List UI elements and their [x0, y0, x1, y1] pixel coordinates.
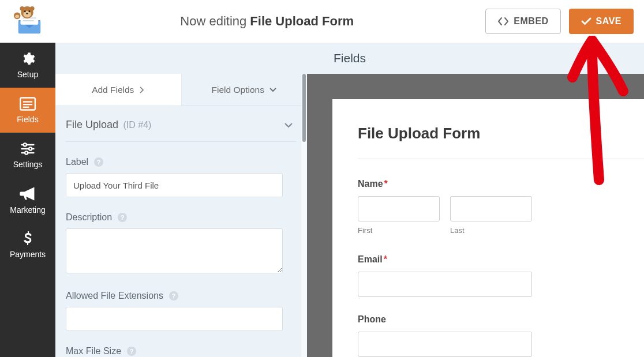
phone-field-label: Phone	[358, 314, 644, 325]
svg-point-7	[30, 6, 35, 10]
sidebar-item-marketing[interactable]: Marketing	[0, 178, 55, 223]
sidebar-item-label: Setup	[17, 70, 39, 79]
svg-point-21	[29, 147, 32, 150]
svg-point-23	[25, 151, 28, 154]
embed-button[interactable]: EMBED	[485, 9, 560, 34]
app-logo	[8, 5, 48, 37]
sidebar-item-label: Marketing	[10, 205, 45, 215]
section-header: Fields	[55, 43, 644, 74]
sidebar-item-label: Fields	[17, 115, 38, 124]
dollar-icon	[20, 231, 36, 246]
svg-point-6	[20, 6, 25, 10]
email-field-label: Email*	[358, 254, 644, 265]
name-field-row: First Last	[358, 196, 644, 235]
description-input[interactable]	[66, 228, 283, 273]
svg-point-19	[24, 143, 27, 146]
help-icon[interactable]: ?	[118, 213, 127, 222]
maxsize-caption: Max File Size	[66, 346, 121, 356]
panel-scrollbar[interactable]	[301, 74, 307, 357]
group-description: Description ?	[66, 212, 297, 276]
sidebar-item-label: Settings	[13, 160, 43, 169]
help-icon[interactable]: ?	[169, 291, 178, 300]
editing-prefix: Now editing	[180, 14, 250, 28]
tab-field-options[interactable]: Field Options	[181, 74, 308, 106]
sidebar-item-settings[interactable]: Settings	[0, 133, 55, 178]
field-type-name: File Upload	[66, 119, 118, 130]
svg-point-13	[15, 14, 19, 18]
page-title: Now editing File Upload Form	[48, 14, 485, 29]
email-input[interactable]	[358, 272, 532, 297]
last-name-input[interactable]	[450, 196, 532, 221]
top-bar: Now editing File Upload Form EMBED SAVE	[0, 0, 644, 43]
sidebar-item-payments[interactable]: Payments	[0, 223, 55, 268]
top-actions: EMBED SAVE	[485, 9, 634, 34]
form-preview[interactable]: File Upload Form Name* First Last Email*	[332, 99, 644, 357]
preview-form-title: File Upload Form	[358, 125, 644, 159]
required-mark: *	[384, 254, 387, 264]
sidebar: Setup Fields Settings Marketing Payments	[0, 43, 55, 357]
chevron-down-icon	[284, 122, 293, 129]
code-icon	[497, 17, 509, 26]
tab-add-fields[interactable]: Add Fields	[55, 74, 181, 106]
extensions-input[interactable]	[66, 307, 283, 331]
first-name-input[interactable]	[358, 196, 440, 221]
svg-point-10	[28, 10, 30, 12]
builder-area: Add Fields Field Options File Upload (ID…	[55, 74, 644, 357]
email-field: Email*	[358, 254, 644, 297]
field-header-toggle[interactable]: File Upload (ID #4)	[66, 106, 297, 142]
form-name: File Upload Form	[250, 14, 354, 28]
form-preview-area: File Upload Form Name* First Last Email*	[307, 74, 644, 357]
phone-input[interactable]	[358, 332, 532, 357]
extensions-caption: Allowed File Extensions	[66, 291, 163, 301]
embed-label: EMBED	[514, 16, 548, 27]
group-label: Label ?	[66, 157, 297, 197]
svg-point-11	[26, 13, 28, 14]
section-header-label: Fields	[334, 51, 366, 65]
group-maxsize: Max File Size ?	[66, 346, 297, 356]
help-icon[interactable]: ?	[94, 157, 103, 167]
scrollbar-thumb[interactable]	[302, 74, 306, 142]
description-caption: Description	[66, 212, 112, 223]
gear-icon	[20, 51, 36, 66]
panel-tabs: Add Fields Field Options	[55, 74, 307, 106]
label-caption: Label	[66, 157, 88, 167]
sidebar-item-setup[interactable]: Setup	[0, 43, 55, 88]
sidebar-item-label: Payments	[10, 250, 46, 259]
check-icon	[581, 17, 591, 25]
required-mark: *	[384, 179, 388, 189]
last-sublabel: Last	[450, 226, 532, 235]
chevron-down-icon	[269, 87, 277, 93]
group-extensions: Allowed File Extensions ?	[66, 291, 297, 331]
field-options-panel: Add Fields Field Options File Upload (ID…	[55, 74, 307, 357]
chevron-right-icon	[138, 87, 144, 93]
name-field-label: Name*	[358, 179, 644, 189]
first-sublabel: First	[358, 226, 440, 235]
sidebar-item-fields[interactable]: Fields	[0, 88, 55, 133]
label-input[interactable]	[66, 173, 283, 197]
save-label: SAVE	[596, 16, 621, 27]
sliders-icon	[20, 141, 36, 156]
phone-field: Phone	[358, 314, 644, 357]
megaphone-icon	[18, 186, 37, 202]
tab-add-fields-label: Add Fields	[92, 85, 134, 95]
form-icon	[20, 96, 36, 111]
tab-field-options-label: Field Options	[212, 85, 264, 95]
help-icon[interactable]: ?	[127, 347, 136, 356]
svg-point-9	[24, 10, 26, 12]
panel-body: File Upload (ID #4) Label ? Description …	[55, 106, 301, 357]
field-id: (ID #4)	[123, 120, 152, 130]
save-button[interactable]: SAVE	[569, 9, 634, 34]
